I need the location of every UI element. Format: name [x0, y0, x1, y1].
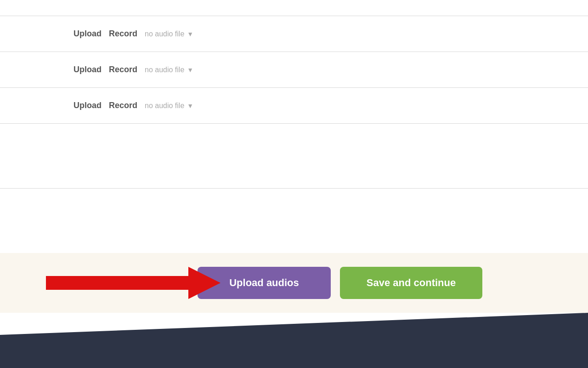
- upload-label-3[interactable]: Upload: [74, 101, 102, 110]
- upload-label-1[interactable]: Upload: [74, 29, 102, 39]
- main-content: Upload Record no audio file ▼ Upload Rec…: [0, 0, 588, 253]
- chevron-down-icon-3: ▼: [187, 102, 193, 109]
- audio-dropdown-2[interactable]: no audio file ▼: [145, 66, 193, 74]
- arrow-icon: [46, 264, 220, 301]
- chevron-down-icon-2: ▼: [187, 66, 193, 74]
- save-continue-button[interactable]: Save and continue: [340, 267, 482, 299]
- dark-footer: [0, 313, 588, 368]
- arrow-container: [46, 264, 220, 301]
- top-partial-row: [0, 0, 588, 16]
- audio-dropdown-3[interactable]: no audio file ▼: [145, 102, 193, 110]
- audio-row-3: Upload Record no audio file ▼: [0, 88, 588, 124]
- footer-bar: Upload audios Save and continue: [0, 253, 588, 313]
- record-label-1[interactable]: Record: [109, 29, 137, 39]
- svg-marker-0: [46, 267, 220, 299]
- audio-dropdown-1[interactable]: no audio file ▼: [145, 30, 193, 38]
- audio-dropdown-text-1: no audio file: [145, 30, 184, 38]
- spacer: [0, 189, 588, 253]
- empty-section: [0, 124, 588, 189]
- button-group: Upload audios Save and continue: [198, 267, 482, 299]
- record-label-2[interactable]: Record: [109, 65, 137, 75]
- record-label-3[interactable]: Record: [109, 101, 137, 110]
- audio-row-1: Upload Record no audio file ▼: [0, 16, 588, 52]
- audio-dropdown-text-3: no audio file: [145, 102, 184, 110]
- chevron-down-icon-1: ▼: [187, 30, 193, 38]
- upload-label-2[interactable]: Upload: [74, 65, 102, 75]
- audio-row-2: Upload Record no audio file ▼: [0, 52, 588, 88]
- audio-dropdown-text-2: no audio file: [145, 66, 184, 74]
